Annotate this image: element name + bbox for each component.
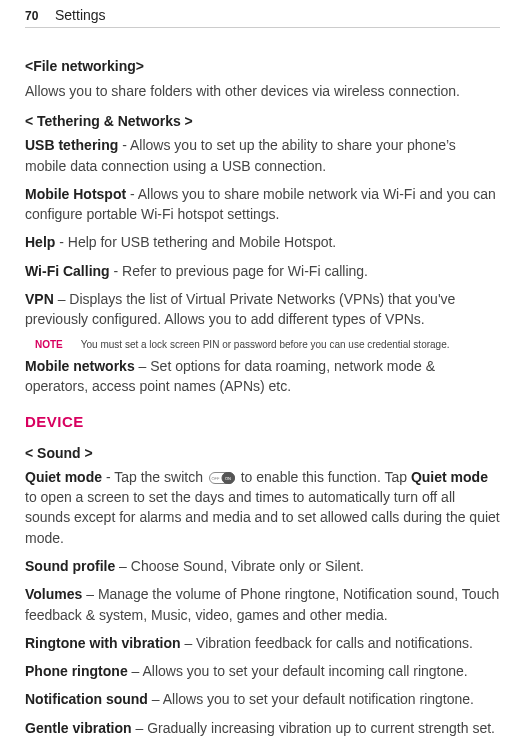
- ringtone-vibration-body: – Vibration feedback for calls and notif…: [181, 635, 473, 651]
- quiet-mode-label: Quiet mode: [25, 469, 102, 485]
- page-container: 70 Settings <File networking> Allows you…: [0, 0, 525, 744]
- volumes-label: Volumes: [25, 586, 82, 602]
- gentle-vibration-paragraph: Gentle vibration – Gradually increasing …: [25, 718, 500, 738]
- notification-sound-paragraph: Notification sound – Allows you to set y…: [25, 689, 500, 709]
- mobile-hotspot-label: Mobile Hotspot: [25, 186, 126, 202]
- svg-text:OFF: OFF: [211, 476, 220, 481]
- volumes-paragraph: Volumes – Manage the volume of Phone rin…: [25, 584, 500, 625]
- gentle-vibration-body: – Gradually increasing vibration up to c…: [132, 720, 495, 736]
- wifi-calling-paragraph: Wi-Fi Calling - Refer to previous page f…: [25, 261, 500, 281]
- usb-tethering-paragraph: USB tethering - Allows you to set up the…: [25, 135, 500, 176]
- volumes-body: – Manage the volume of Phone ringtone, N…: [25, 586, 499, 622]
- device-heading: DEVICE: [25, 411, 500, 433]
- vpn-body: – Displays the list of Virtual Private N…: [25, 291, 455, 327]
- sound-profile-body: – Choose Sound, Vibrate only or Silent.: [115, 558, 364, 574]
- quiet-mode-body-mid: to enable this function. Tap: [237, 469, 411, 485]
- mobile-hotspot-paragraph: Mobile Hotspot - Allows you to share mob…: [25, 184, 500, 225]
- sound-profile-label: Sound profile: [25, 558, 115, 574]
- vpn-note: NOTE You must set a lock screen PIN or p…: [35, 338, 500, 353]
- sound-heading: < Sound >: [25, 443, 500, 463]
- tethering-heading: < Tethering & Networks >: [25, 111, 500, 131]
- help-paragraph: Help - Help for USB tethering and Mobile…: [25, 232, 500, 252]
- sound-profile-paragraph: Sound profile – Choose Sound, Vibrate on…: [25, 556, 500, 576]
- toggle-switch-icon: OFFON: [209, 472, 235, 484]
- page-number: 70: [25, 8, 43, 25]
- svg-text:ON: ON: [225, 476, 231, 481]
- file-networking-heading: <File networking>: [25, 56, 500, 76]
- note-label: NOTE: [35, 338, 63, 353]
- page-header: 70 Settings: [25, 0, 500, 28]
- file-networking-body: Allows you to share folders with other d…: [25, 81, 500, 101]
- vpn-label: VPN: [25, 291, 54, 307]
- phone-ringtone-body: – Allows you to set your default incomin…: [128, 663, 468, 679]
- wifi-calling-label: Wi-Fi Calling: [25, 263, 110, 279]
- notification-sound-body: – Allows you to set your default notific…: [148, 691, 474, 707]
- header-title: Settings: [55, 5, 106, 25]
- mobile-networks-paragraph: Mobile networks – Set options for data r…: [25, 356, 500, 397]
- phone-ringtone-paragraph: Phone ringtone – Allows you to set your …: [25, 661, 500, 681]
- help-body: - Help for USB tethering and Mobile Hots…: [55, 234, 336, 250]
- note-text: You must set a lock screen PIN or passwo…: [81, 338, 450, 353]
- mobile-networks-label: Mobile networks: [25, 358, 135, 374]
- quiet-mode-body-post: to open a screen to set the days and tim…: [25, 489, 500, 546]
- gentle-vibration-label: Gentle vibration: [25, 720, 132, 736]
- notification-sound-label: Notification sound: [25, 691, 148, 707]
- ringtone-vibration-paragraph: Ringtone with vibration – Vibration feed…: [25, 633, 500, 653]
- wifi-calling-body: - Refer to previous page for Wi-Fi calli…: [110, 263, 368, 279]
- usb-tethering-label: USB tethering: [25, 137, 118, 153]
- quiet-mode-paragraph: Quiet mode - Tap the switch OFFON to ena…: [25, 467, 500, 548]
- ringtone-vibration-label: Ringtone with vibration: [25, 635, 181, 651]
- quiet-mode-body-pre: - Tap the switch: [102, 469, 207, 485]
- phone-ringtone-label: Phone ringtone: [25, 663, 128, 679]
- vpn-paragraph: VPN – Displays the list of Virtual Priva…: [25, 289, 500, 330]
- quiet-mode-label-2: Quiet mode: [411, 469, 488, 485]
- help-label: Help: [25, 234, 55, 250]
